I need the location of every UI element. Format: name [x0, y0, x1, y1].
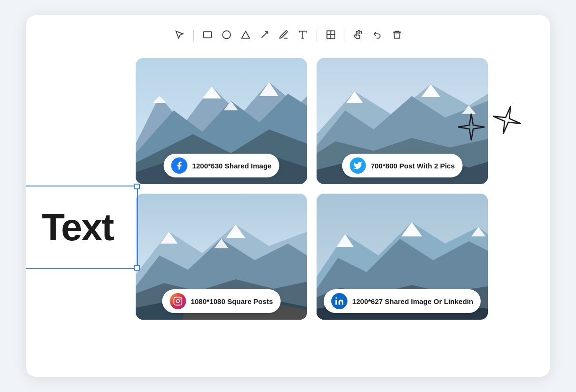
svg-rect-34 — [174, 297, 182, 305]
facebook-icon — [171, 157, 188, 174]
sparkle-svg — [450, 96, 536, 158]
svg-rect-3 — [327, 31, 330, 35]
instagram-icon — [170, 293, 186, 309]
text-selection-box[interactable]: Text — [26, 186, 138, 269]
linkedin-icon — [331, 293, 348, 309]
circle-tool[interactable] — [221, 29, 232, 42]
main-container: Text — [26, 15, 550, 377]
pen-tool[interactable] — [278, 29, 289, 42]
resize-handle-tr[interactable] — [134, 184, 140, 189]
divider-1 — [193, 30, 194, 41]
text-tool[interactable] — [298, 29, 308, 42]
line-tool[interactable] — [259, 29, 270, 42]
linkedin-label-text: 1200*627 Shared Image Or Linkedin — [352, 297, 473, 305]
svg-line-2 — [261, 32, 268, 38]
rectangle-tool[interactable] — [202, 29, 213, 42]
text-element-label: Text — [26, 186, 137, 268]
svg-point-1 — [222, 31, 230, 39]
svg-point-45 — [336, 297, 337, 299]
linkedin-label: 1200*627 Shared Image Or Linkedin — [324, 289, 481, 313]
twitter-label-text: 700*800 Post With 2 Pics — [371, 162, 455, 170]
image-tool[interactable] — [326, 29, 336, 42]
instagram-label: 1080*1080 Square Posts — [162, 289, 281, 313]
delete-tool[interactable] — [392, 29, 402, 42]
sparkle-decoration — [450, 96, 536, 158]
linkedin-card[interactable]: 1200*627 Shared Image Or Linkedin — [317, 194, 488, 320]
svg-rect-4 — [331, 31, 335, 35]
hand-tool[interactable] — [354, 29, 364, 42]
undo-tool[interactable] — [373, 29, 383, 42]
twitter-label: 700*800 Post With 2 Pics — [342, 154, 463, 177]
facebook-label: 1200*630 Shared Image — [164, 154, 279, 177]
canvas-area: Text — [36, 58, 540, 353]
cards-grid: 1200*630 Shared Image — [136, 58, 488, 353]
svg-rect-0 — [203, 32, 211, 38]
svg-rect-6 — [331, 35, 335, 39]
svg-rect-5 — [327, 35, 330, 39]
divider-2 — [317, 30, 317, 41]
facebook-card[interactable]: 1200*630 Shared Image — [136, 58, 307, 184]
instagram-card[interactable]: 1080*1080 Square Posts — [136, 194, 307, 320]
facebook-label-text: 1200*630 Shared Image — [192, 162, 272, 170]
twitter-icon — [350, 157, 366, 174]
divider-3 — [345, 30, 345, 41]
toolbar — [36, 25, 540, 47]
svg-point-36 — [179, 298, 181, 300]
resize-handle-br[interactable] — [134, 265, 140, 271]
triangle-tool[interactable] — [240, 29, 251, 42]
instagram-label-text: 1080*1080 Square Posts — [191, 297, 273, 305]
select-tool[interactable] — [174, 29, 185, 42]
svg-point-35 — [176, 300, 179, 303]
